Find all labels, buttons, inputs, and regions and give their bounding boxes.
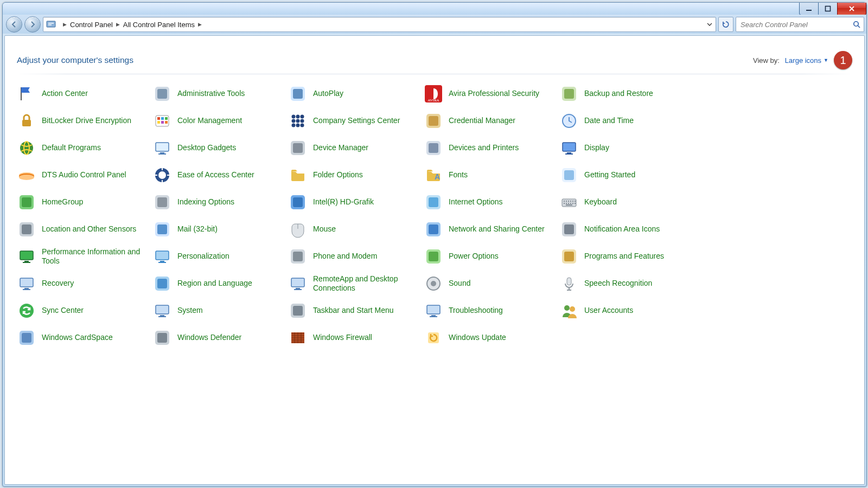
svg-rect-18: [161, 117, 164, 120]
cp-item-default-programs[interactable]: Default Programs: [17, 138, 151, 158]
perf-icon: [17, 247, 36, 266]
cp-item-programs-and-features[interactable]: Programs and Features: [559, 247, 694, 266]
color-icon: [152, 111, 172, 131]
cp-item-devices-and-printers[interactable]: Devices and Printers: [424, 138, 558, 158]
cp-item-recovery[interactable]: Recovery: [17, 274, 151, 293]
cp-item-ease-of-access-center[interactable]: Ease of Access Center: [152, 165, 287, 185]
cp-item-label: Device Manager: [313, 143, 368, 153]
cp-item-network-and-sharing-center[interactable]: Network and Sharing Center: [424, 220, 558, 239]
sync-icon: [17, 301, 36, 320]
cp-item-date-and-time[interactable]: Date and Time: [559, 111, 694, 131]
cp-item-autoplay[interactable]: AutoPlay: [288, 84, 423, 104]
breadcrumb-root[interactable]: Control Panel: [70, 21, 113, 29]
svg-rect-73: [570, 203, 571, 204]
breadcrumb[interactable]: ▶ Control Panel ▶ All Control Panel Item…: [56, 21, 208, 29]
header-row: Adjust your computer's settings View by:…: [17, 51, 852, 69]
cp-item-taskbar-and-start-menu[interactable]: Taskbar and Start Menu: [288, 301, 423, 320]
cp-item-internet-options[interactable]: Internet Options: [424, 192, 558, 212]
cp-item-fonts[interactable]: AFonts: [424, 165, 558, 185]
svg-rect-62: [429, 197, 438, 207]
refresh-button[interactable]: [718, 17, 733, 32]
cp-item-personalization[interactable]: Personalization: [152, 247, 287, 266]
maximize-button[interactable]: [818, 3, 838, 15]
cp-item-credential-manager[interactable]: Credential Manager: [424, 111, 558, 131]
cp-item-indexing-options[interactable]: Indexing Options: [152, 192, 287, 212]
cp-item-label: Backup and Restore: [584, 89, 653, 99]
cp-item-administrative-tools[interactable]: Administrative Tools: [152, 84, 287, 104]
search-icon[interactable]: [850, 20, 864, 29]
svg-rect-93: [293, 252, 303, 261]
svg-text:A: A: [435, 172, 440, 181]
cp-item-label: Troubleshooting: [449, 306, 503, 316]
users-icon: [559, 301, 579, 320]
forward-button[interactable]: [24, 16, 41, 33]
cp-item-keyboard[interactable]: Keyboard: [559, 192, 694, 212]
svg-rect-89: [156, 251, 169, 260]
cp-item-user-accounts[interactable]: User Accounts: [559, 301, 694, 320]
cp-item-display[interactable]: Display: [559, 138, 694, 158]
view-by-selector[interactable]: Large icons ▼: [785, 56, 828, 65]
svg-rect-76: [566, 204, 572, 206]
cp-item-notification-area-icons[interactable]: Notification Area Icons: [559, 220, 694, 239]
minimize-button[interactable]: [799, 3, 819, 15]
svg-rect-90: [160, 261, 164, 262]
cp-item-dts-audio-control-panel[interactable]: DTS Audio Control Panel: [17, 165, 151, 185]
cp-item-sound[interactable]: Sound: [424, 274, 558, 293]
cp-item-homegroup[interactable]: HomeGroup: [17, 192, 151, 212]
breadcrumb-sub[interactable]: All Control Panel Items: [123, 21, 195, 29]
cp-item-backup-and-restore[interactable]: Backup and Restore: [559, 84, 694, 104]
cp-item-label: Company Settings Center: [313, 116, 400, 126]
cp-item-remoteapp-and-desktop-connections[interactable]: RemoteApp and Desktop Connections: [288, 274, 423, 293]
items-grid: Action CenterAdministrative ToolsAutoPla…: [17, 84, 852, 348]
cp-item-windows-firewall[interactable]: Windows Firewall: [288, 328, 423, 348]
cp-item-device-manager[interactable]: Device Manager: [288, 138, 423, 158]
cp-item-label: Avira Professional Security: [449, 89, 539, 99]
cp-item-windows-cardspace[interactable]: Windows CardSpace: [17, 328, 151, 348]
cp-item-company-settings-center[interactable]: Company Settings Center: [288, 111, 423, 131]
svg-rect-2: [47, 21, 55, 27]
address-bar[interactable]: ▶ Control Panel ▶ All Control Panel Item…: [43, 17, 716, 32]
cp-item-system[interactable]: System: [152, 301, 287, 320]
pers-icon: [152, 247, 172, 266]
start-icon: [559, 165, 579, 185]
cp-item-color-management[interactable]: Color Management: [152, 111, 287, 131]
cp-item-sync-center[interactable]: Sync Center: [17, 301, 151, 320]
recover-icon: [17, 274, 36, 293]
netopt-icon: [424, 192, 443, 212]
cp-item-phone-and-modem[interactable]: Phone and Modem: [288, 247, 423, 266]
cp-item-label: Speech Recognition: [584, 279, 652, 288]
cp-item-location-and-other-sensors[interactable]: Location and Other Sensors: [17, 220, 151, 239]
svg-point-26: [292, 119, 296, 123]
search-box[interactable]: [736, 17, 864, 32]
cp-item-performance-information-and-tools[interactable]: Performance Information and Tools: [17, 247, 151, 266]
content-pane: Adjust your computer's settings View by:…: [4, 35, 865, 485]
cp-item-avira-professional-security[interactable]: AVIRAAvira Professional Security: [424, 84, 558, 104]
cp-item-mouse[interactable]: Mouse: [288, 220, 423, 239]
back-button[interactable]: [6, 16, 22, 33]
cp-item-label: Action Center: [42, 89, 88, 99]
cp-item-label: Notification Area Icons: [584, 224, 660, 234]
address-dropdown[interactable]: [704, 17, 716, 31]
svg-rect-39: [158, 153, 166, 155]
cp-item-mail-32-bit[interactable]: Mail (32-bit): [152, 220, 287, 239]
cp-item-desktop-gadgets[interactable]: Desktop Gadgets: [152, 138, 287, 158]
close-button[interactable]: [837, 3, 866, 15]
cp-item-windows-defender[interactable]: Windows Defender: [152, 328, 287, 348]
cp-item-getting-started[interactable]: Getting Started: [559, 165, 694, 185]
cp-item-intel-r-hd-grafik[interactable]: Intel(R) HD-Grafik: [288, 192, 423, 212]
cp-item-windows-update[interactable]: Windows Update: [424, 328, 558, 348]
cp-item-label: Windows Update: [449, 333, 506, 343]
search-input[interactable]: [736, 20, 850, 29]
svg-point-49: [19, 175, 34, 180]
svg-rect-43: [429, 143, 438, 153]
cp-item-action-center[interactable]: Action Center: [17, 84, 151, 104]
cp-item-bitlocker-drive-encryption[interactable]: BitLocker Drive Encryption: [17, 111, 151, 131]
cp-item-folder-options[interactable]: Folder Options: [288, 165, 423, 185]
cp-item-troubleshooting[interactable]: Troubleshooting: [424, 301, 558, 320]
cp-item-power-options[interactable]: Power Options: [424, 247, 558, 266]
svg-rect-15: [22, 120, 31, 126]
cp-item-label: Windows Firewall: [313, 333, 372, 343]
taskbar-icon: [288, 301, 308, 320]
cp-item-region-and-language[interactable]: Region and Language: [152, 274, 287, 293]
cp-item-speech-recognition[interactable]: Speech Recognition: [559, 274, 694, 293]
